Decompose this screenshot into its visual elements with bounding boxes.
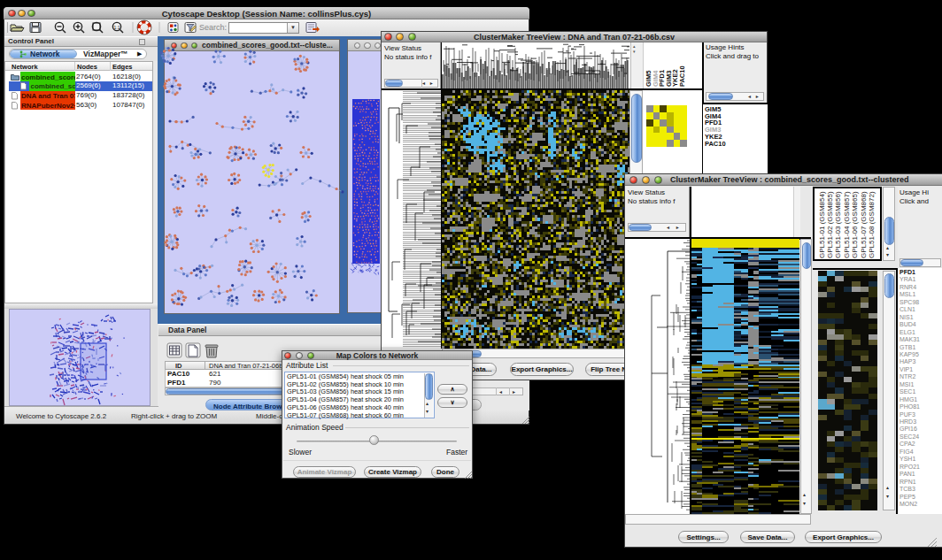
- svg-text:1:1: 1:1: [114, 25, 120, 30]
